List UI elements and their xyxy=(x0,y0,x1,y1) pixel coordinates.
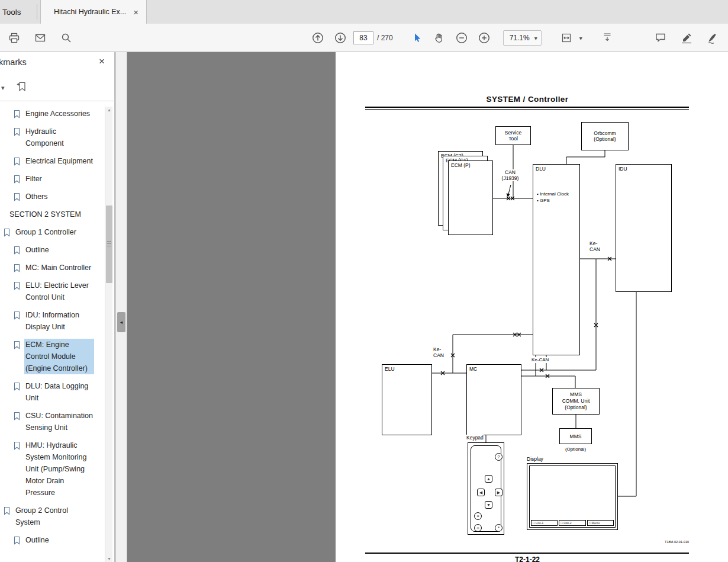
bookmark-item-label: SECTION 2 SYSTEM xyxy=(8,208,97,220)
scrollbar-thumb[interactable] xyxy=(106,205,112,283)
new-bookmark-icon xyxy=(16,81,27,92)
down-key: ▼ xyxy=(485,501,492,509)
marquee-zoom-icon xyxy=(60,32,72,44)
bookmark-item[interactable]: ELU: Electric Lever Control Unit xyxy=(0,277,105,306)
highlight-button[interactable] xyxy=(677,28,696,47)
bookmark-icon xyxy=(13,441,21,450)
email-button[interactable] xyxy=(31,28,50,47)
print-button[interactable] xyxy=(5,28,24,47)
bookmark-item[interactable]: IDU: Information Display Unit xyxy=(0,306,105,336)
bookmark-icon xyxy=(13,281,21,290)
mms-optional-label: (Optional) xyxy=(559,447,592,452)
bookmark-item[interactable]: HMU: Hydraulic System Monitoring Unit (P… xyxy=(0,436,105,502)
chevron-down-icon[interactable]: ▾ xyxy=(579,35,582,41)
bookmark-item[interactable]: Group 1 Controller xyxy=(0,223,105,241)
print-icon xyxy=(8,32,20,44)
page-number-input[interactable] xyxy=(353,31,373,44)
service-tool-box: Service Tool xyxy=(495,126,531,145)
chevron-down-icon: ▾ xyxy=(534,35,537,41)
sign-button[interactable] xyxy=(703,28,722,47)
bookmark-item[interactable]: Outline xyxy=(0,531,105,549)
up-key: ▲ xyxy=(485,475,492,483)
comment-button[interactable] xyxy=(651,28,670,47)
select-tool-button[interactable] xyxy=(407,28,426,47)
bookmark-icon xyxy=(13,382,21,391)
bookmark-item[interactable]: Engine Accessories xyxy=(0,105,105,123)
left-key: ◀ xyxy=(477,489,485,496)
zoom-level-value: 71.1% xyxy=(507,34,530,42)
bookmark-item-label: CSU: Contamination Sensing Unit xyxy=(24,410,94,433)
bookmark-item-label: HMU: Hydraulic System Monitoring Unit (P… xyxy=(24,439,94,499)
scrollbar-up-icon[interactable]: ▲ xyxy=(105,108,113,112)
new-bookmark-button[interactable] xyxy=(16,81,27,92)
display-bar-item: □ List-1 xyxy=(531,520,558,526)
display-bar-item: ○ Menu xyxy=(587,520,614,526)
document-viewport[interactable]: SYSTEM / Controller Service Tool Orbcomm… xyxy=(128,52,728,562)
tools-tab-label: Tools xyxy=(2,8,21,17)
zoom-in-button[interactable] xyxy=(475,28,494,47)
keypad-inner: ?▲◀▶▼×○* xyxy=(471,445,501,532)
bookmark-item[interactable]: ECM: Engine Control Module (Engine Contr… xyxy=(0,336,105,377)
display-softkey-bar: □ List-1□ List-2○ Menu xyxy=(531,520,614,526)
dlu-info-text: • Internal Clock • GPS xyxy=(537,191,569,204)
tab-document[interactable]: Hitachi Hydraulic Ex... × xyxy=(40,0,147,24)
tab-separator xyxy=(37,4,37,20)
help-key: ? xyxy=(495,453,502,461)
scrollbar-down-icon[interactable]: ▼ xyxy=(105,557,113,561)
collapse-panel-button[interactable]: ◂ xyxy=(117,312,125,332)
page-up-icon xyxy=(311,31,324,44)
bookmark-item[interactable]: SECTION 2 SYSTEM xyxy=(0,205,105,223)
display-bar-item: □ List-2 xyxy=(559,520,585,526)
bookmark-icon xyxy=(3,506,11,515)
bookmark-icon xyxy=(3,228,11,237)
ecm-p-label: ECM (P) xyxy=(451,162,471,168)
bookmark-item-label: Others xyxy=(24,191,94,203)
bookmark-item[interactable]: Outline xyxy=(0,241,105,259)
bookmark-list: Engine AccessoriesHydraulic ComponentEle… xyxy=(0,101,105,562)
bookmark-item-label: Group 2 Control System xyxy=(14,505,91,528)
sidebar-scrollbar[interactable]: ▲ ▼ xyxy=(105,107,112,562)
bookmark-icon xyxy=(13,192,21,201)
bookmark-item-label: Hydraulic Component xyxy=(24,126,94,149)
scroll-mode-button[interactable] xyxy=(598,28,617,47)
thumb-grip xyxy=(107,241,111,242)
bookmark-item[interactable]: Hydraulic Component xyxy=(0,123,105,152)
previous-page-button[interactable] xyxy=(308,28,327,47)
dlu-label: DLU xyxy=(536,166,546,172)
ke-can-label-left: Ke- CAN xyxy=(433,346,444,358)
select-tool-icon xyxy=(411,32,423,44)
bookmark-item-label: Outline xyxy=(24,244,94,256)
bookmark-item-label: MC: Main Controller xyxy=(24,262,94,274)
marquee-zoom-button[interactable] xyxy=(57,28,76,47)
close-panel-icon[interactable]: × xyxy=(99,56,105,68)
next-page-button[interactable] xyxy=(331,28,350,47)
dlu-box: DLU • Internal Clock • GPS xyxy=(533,164,580,355)
page-total-label: / 270 xyxy=(377,34,393,42)
close-tab-icon[interactable]: × xyxy=(131,7,140,17)
bookmark-icon xyxy=(13,264,21,272)
zoom-out-button[interactable] xyxy=(452,28,471,47)
bookmark-item[interactable]: MC: Main Controller xyxy=(0,259,105,277)
main-toolbar: / 270 71.1% ▾ ▾ xyxy=(0,24,728,52)
bookmark-item[interactable]: Electrical Equipment xyxy=(0,152,105,170)
page-fit-icon xyxy=(561,32,572,44)
comment-icon xyxy=(655,32,666,44)
bookmark-item-label: IDU: Information Display Unit xyxy=(24,309,94,333)
bookmark-item[interactable]: Filter xyxy=(0,170,105,188)
keypad-box: ?▲◀▶▼×○* xyxy=(468,442,504,535)
bookmark-icon xyxy=(13,536,21,545)
mc-box: MC xyxy=(466,364,521,435)
zoom-level-dropdown[interactable]: 71.1% ▾ xyxy=(503,30,542,46)
hand-tool-button[interactable] xyxy=(430,28,449,47)
page-fit-button[interactable] xyxy=(557,28,576,47)
tab-tools[interactable]: Tools xyxy=(0,0,37,24)
ecm-p-box: ECM (P) xyxy=(448,160,493,235)
mc-label: MC xyxy=(469,366,477,372)
bookmark-item-label: DLU: Data Logging Unit xyxy=(24,380,94,404)
bookmark-item[interactable]: CSU: Contamination Sensing Unit xyxy=(0,407,105,436)
bookmark-item[interactable]: Group 2 Control System xyxy=(0,502,105,531)
panel-options-chevron-icon[interactable]: ▾ xyxy=(1,84,5,92)
bookmark-item[interactable]: Others xyxy=(0,188,105,205)
window-tab-strip: Tools Hitachi Hydraulic Ex... × xyxy=(0,0,728,24)
bookmark-item[interactable]: DLU: Data Logging Unit xyxy=(0,377,105,407)
